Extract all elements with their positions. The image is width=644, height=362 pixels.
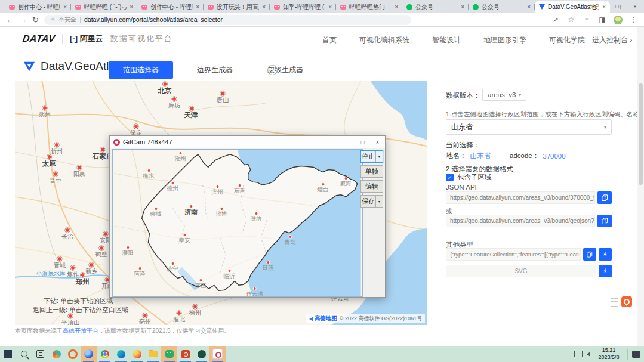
gifcam-button[interactable]: 单帧 — [360, 165, 383, 178]
geoatlas-tab[interactable]: 层级生成器 — [257, 61, 314, 79]
browser-tab[interactable]: 公众号 × — [469, 1, 535, 13]
taskbar-app-icon[interactable] — [64, 346, 81, 362]
tray-date: 2023/5/8 — [594, 354, 623, 361]
geoatlas-tab[interactable]: 边界生成器 — [186, 61, 244, 79]
copy-url2-button[interactable] — [597, 215, 612, 227]
address-bar[interactable]: ⚠ 不安全 datav.aliyun.com/portal/school/atl… — [44, 15, 411, 25]
taskbar-app-icon[interactable] — [113, 346, 129, 362]
browser-tab[interactable]: 没开玩笑！用百度地图 × — [204, 1, 270, 13]
toolbar-icon[interactable] — [614, 16, 623, 24]
gifcam-titlebar[interactable]: GifCam 748x447 — □ × — [110, 136, 385, 148]
chevron-down-icon: ▾ — [519, 92, 521, 98]
step2-label: 2.选择需要的数据格式 — [446, 165, 513, 174]
browser-tab[interactable]: 哔哩哔哩热门 × — [336, 1, 402, 13]
geoatlas-tab[interactable]: 范围选择器 — [109, 61, 173, 79]
tab-close-icon[interactable]: × — [527, 4, 531, 10]
data-version-select[interactable]: areas_v3 ▾ — [482, 89, 526, 101]
window-minimize-icon[interactable]: — — [590, 0, 608, 13]
gifcam-button[interactable]: 编辑 — [360, 180, 383, 193]
taskbar-app-icon[interactable] — [177, 346, 193, 362]
copy-url1-button[interactable] — [597, 191, 612, 204]
window-maximize-icon[interactable]: □ — [608, 0, 626, 13]
toolbar-icon[interactable]: ↗ — [551, 16, 560, 24]
gifcam-button-label: 单帧 — [361, 166, 383, 177]
taskbar-app-icon[interactable] — [193, 346, 209, 362]
browser-tab[interactable]: 创作中心 - 哔哩哔哩 × — [137, 1, 204, 13]
dropdown-arrow-icon[interactable]: ▾ — [375, 196, 383, 207]
include-children-checkbox[interactable]: ✓ — [446, 174, 454, 181]
toolbar-icon[interactable]: ⋮ — [630, 16, 638, 24]
gifcam-button[interactable]: 保存 ▾ — [360, 195, 383, 208]
gifcam-maximize-icon[interactable]: □ — [355, 139, 370, 146]
page-scrollbar[interactable] — [637, 27, 644, 346]
geoatlas-tabs: 范围选择器边界生成器层级生成器 — [109, 61, 314, 79]
browser-tab[interactable]: 公众号 × — [402, 1, 469, 13]
header-nav-item[interactable]: 地理图形引擎 — [483, 35, 526, 45]
copy-geojson-button[interactable] — [583, 248, 596, 261]
volume-icon[interactable] — [587, 352, 590, 357]
tab-close-icon[interactable]: × — [395, 4, 398, 10]
browser-tab[interactable]: 知乎-哔哩哔哩 ( ´-`) × — [270, 1, 336, 13]
gifcam-minimize-icon[interactable]: — — [340, 139, 355, 146]
touch-keyboard-icon[interactable] — [574, 351, 583, 357]
amap-open-platform-link[interactable]: 高德开放平台 — [63, 327, 98, 334]
gifcam-button[interactable]: 停止 ▾ — [360, 150, 383, 163]
json-api-url-field[interactable]: https://geo.datav.aliyun.com/areas_v3/bo… — [446, 191, 595, 204]
toolbar-icon[interactable]: ◨ — [598, 16, 606, 24]
header-nav-item[interactable]: 可视化学院 — [549, 35, 585, 45]
app-glyph — [21, 351, 27, 357]
tab-close-icon[interactable]: × — [63, 4, 67, 10]
tab-close-icon[interactable]: × — [262, 4, 266, 10]
notification-center-icon[interactable] — [632, 351, 640, 358]
taskbar-app-icon[interactable] — [161, 346, 177, 362]
tab-close-icon[interactable]: × — [461, 4, 464, 10]
tab-favicon — [208, 5, 214, 10]
name-value-link[interactable]: 山东省 — [470, 151, 491, 160]
tab-close-icon[interactable]: × — [130, 4, 133, 10]
taskbar-app-icon[interactable] — [32, 346, 48, 362]
taskbar-clock[interactable]: 15:21 2023/5/8 — [594, 347, 623, 361]
taskbar-app-icon[interactable] — [0, 346, 16, 362]
header-nav-item[interactable]: 首页 — [322, 35, 337, 45]
adcode-value-link[interactable]: 370000 — [543, 153, 565, 160]
window-close-icon[interactable]: × — [626, 0, 644, 13]
window-controls: — □ × — [590, 0, 644, 13]
scrollbar-thumb[interactable] — [639, 83, 643, 185]
geojson-api-url-field[interactable]: https://geo.datav.aliyun.com/areas_v3/bo… — [446, 215, 595, 227]
taskbar-app-icon[interactable] — [48, 346, 64, 362]
reload-icon[interactable]: ↻ — [32, 16, 39, 24]
region-select-value: 山东省 — [451, 122, 473, 132]
dropdown-arrow-icon[interactable]: ▾ — [375, 151, 383, 162]
forward-icon[interactable]: → — [19, 16, 27, 24]
gifcam-close-icon[interactable]: × — [370, 139, 385, 146]
console-link[interactable]: 进入控制台 › — [592, 35, 632, 45]
download-geojson-button[interactable] — [599, 248, 612, 261]
svg-download-field[interactable]: SVG — [446, 265, 596, 277]
header-nav-item[interactable]: 可视化编辑系统 — [359, 35, 409, 45]
aliyun-logo: [-] 阿里云 — [70, 33, 103, 44]
taskbar-app-icon[interactable] — [97, 346, 113, 362]
header-nav-item[interactable]: 智能设计 — [432, 35, 461, 45]
taskbar-app-icon[interactable] — [145, 346, 161, 362]
toolbar-icon[interactable]: ☆ — [567, 16, 575, 24]
browser-tab[interactable]: 创作中心 - 哔哩哔哩 × — [5, 1, 71, 13]
taskbar-app-icon[interactable] — [16, 346, 32, 362]
map-attribution-text: © 2022 高德软件 GS(2022)1061号 — [340, 315, 422, 323]
geojson-preview-field[interactable]: {"type":"FeatureCollection","features":[… — [446, 248, 581, 261]
floating-tool-icon[interactable] — [621, 296, 632, 307]
map-hint-drilldown: 下钻: 单击要下钻的区域 — [44, 296, 113, 305]
toolbar-icon[interactable]: ≡ — [583, 16, 591, 24]
back-icon[interactable]: ← — [6, 16, 14, 24]
download-svg-button[interactable] — [599, 265, 612, 277]
help-icon[interactable]: ? — [267, 65, 278, 75]
browser-tab[interactable]: 哔哩哔哩 ( ´-`)っロ × — [71, 1, 137, 13]
tab-close-icon[interactable]: × — [196, 4, 199, 10]
app-glyph — [149, 351, 158, 357]
gifcam-window[interactable]: GifCam 748x447 — □ × — [109, 135, 386, 298]
taskbar-app-icon[interactable] — [129, 346, 145, 362]
taskbar-app-icon[interactable] — [81, 346, 97, 362]
tab-close-icon[interactable]: × — [328, 4, 332, 10]
taskbar-apps — [0, 346, 226, 362]
region-select[interactable]: 山东省 ▾ — [446, 119, 612, 135]
taskbar-app-icon[interactable] — [209, 346, 226, 362]
